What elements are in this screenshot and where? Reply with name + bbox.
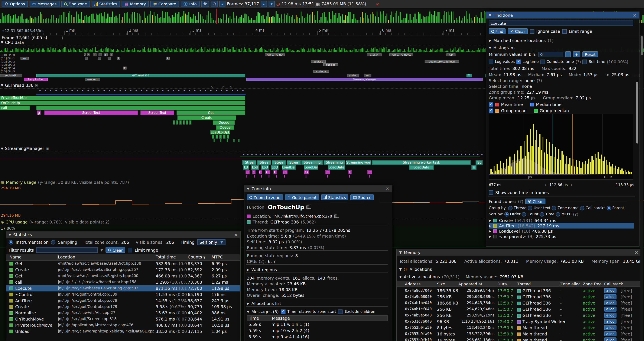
timeline-zone[interactable]: LoU [261, 165, 269, 170]
timeline-zone[interactable]: Queue [216, 125, 234, 130]
connection-lost-icon[interactable]: ⊘ [376, 2, 380, 6]
clear-button[interactable]: ⊘Clear [508, 28, 528, 34]
message-dot[interactable] [395, 154, 396, 155]
sampling-radio[interactable] [51, 240, 56, 244]
message-dot[interactable] [375, 154, 376, 155]
allocation-row[interactable]: 0x74ab9e5040256 KB293,994,219ns13:50.7GL… [397, 312, 641, 318]
message-dot[interactable] [45, 90, 46, 91]
message-dot[interactable] [453, 154, 454, 155]
allocation-row[interactable]: 0x74a9d68040256 KB295,668,489ns13:50.7GL… [397, 294, 641, 300]
timeline-zone[interactable]: LU [243, 165, 249, 170]
message-dot[interactable] [232, 90, 233, 91]
alloc-callstack-button[interactable]: alloc [604, 331, 616, 336]
instrumentation-radio[interactable] [8, 240, 13, 244]
column-header[interactable]: Name [10, 255, 22, 259]
message-dot[interactable] [330, 154, 331, 155]
message-dot[interactable] [432, 154, 434, 155]
option-checkbox[interactable] [489, 59, 493, 64]
message-dot[interactable] [268, 154, 269, 155]
decrease-button[interactable]: - [565, 51, 571, 57]
cpu-zone[interactable]: cds_ol_rx_threa [389, 54, 413, 56]
timeline-zone[interactable]: Strea [242, 160, 256, 165]
message-dot[interactable] [93, 90, 94, 91]
message-dot[interactable] [482, 154, 483, 155]
message-dot[interactable] [301, 154, 302, 155]
find-zone-titlebar[interactable]: ▼ Find zone × [486, 12, 639, 19]
cpu-zone[interactable]: c [98, 57, 101, 60]
collapse-icon[interactable]: ▼ [1, 41, 4, 44]
allocation-row[interactable]: 0x7553b9fa9016 bytes153,722,396ns13:50.8… [397, 331, 641, 337]
message-row[interactable]: 5.59 smip 11 w 1 h 1 (1) [247, 322, 388, 327]
alloc-callstack-button[interactable]: alloc [604, 319, 616, 324]
timeline-zone[interactable] [227, 135, 229, 138]
toolbar-button-messages[interactable]: ✉Messages [30, 1, 60, 7]
close-icon[interactable]: × [386, 186, 389, 191]
collapse-icon[interactable]: ▼ [399, 275, 402, 278]
message-dot[interactable] [130, 90, 132, 91]
toolbar-button-tools[interactable]: ⚒ [201, 1, 209, 7]
timeline-zone[interactable] [186, 121, 188, 125]
cpu-zone[interactable]: c [84, 57, 88, 60]
collapse-icon[interactable]: ▼ [489, 46, 491, 50]
message-dot[interactable] [162, 90, 164, 91]
group-by-radio[interactable] [606, 206, 611, 210]
timeline-zone[interactable]: Strea [286, 160, 301, 165]
find-button[interactable]: Find [489, 28, 506, 34]
zi-button-go-to-parent[interactable]: ↑Go to parent [285, 194, 319, 200]
message-row[interactable]: 5.59 smip 9 w 4 h 4 (16) [247, 334, 388, 340]
toolbar-button-zoom-search[interactable] [210, 1, 218, 7]
message-dot[interactable] [152, 90, 153, 91]
option-checkbox[interactable] [540, 59, 545, 64]
statistics-row[interactable]: PrivateTouchMovejni/../jni/application/A… [6, 322, 240, 328]
message-dot[interactable] [61, 90, 62, 91]
timeline-zone[interactable]: LoadData [409, 165, 434, 170]
message-dot[interactable] [210, 90, 212, 91]
cpu-zone[interactable]: aut [20, 57, 29, 60]
statistics-row[interactable]: calljni/../jni/../../../src/claw/base/Lu… [6, 279, 240, 285]
message-dot[interactable] [420, 154, 421, 155]
timeline-zone[interactable] [220, 139, 222, 142]
cpu-thread-zone[interactable]: GLThread 336 [36, 74, 245, 77]
message-dot[interactable] [428, 154, 429, 155]
expand-icon[interactable]: ▶ [247, 301, 249, 305]
message-dot[interactable] [354, 154, 355, 155]
timeline-zone[interactable]: Strea [272, 160, 286, 165]
collapse-icon[interactable]: ▼ [247, 187, 249, 190]
alloc-callstack-button[interactable]: alloc [604, 337, 616, 340]
timeline-zone[interactable] [36, 106, 245, 110]
timeline-zone[interactable]: C [325, 170, 330, 174]
collapse-icon[interactable]: ▼ [399, 267, 402, 271]
stats-limit-range-checkbox[interactable] [128, 248, 132, 252]
cpu-usage-section-header[interactable]: ⊛ CPU usage (y-range: 0.78%, visible dat… [1, 220, 110, 224]
cpu-thread-zone[interactable]: Tracy Profiler [24, 78, 48, 81]
collapse-icon[interactable]: ▼ [399, 251, 402, 254]
group-by-radio[interactable] [508, 206, 512, 210]
message-dot[interactable] [362, 154, 364, 155]
statistics-titlebar[interactable]: ▼ Statistics × [6, 231, 240, 238]
message-dot[interactable] [264, 154, 265, 155]
column-header[interactable]: Zone free [583, 281, 602, 286]
toolbar-button-compare[interactable]: ⇄Compare [150, 1, 179, 7]
message-dot[interactable] [292, 154, 294, 155]
cpu-zone[interactable]: cds_ol_rx_thr [265, 54, 285, 56]
toolbar-button-info[interactable]: ⓘInfo [181, 1, 200, 7]
scrollbar-thumb[interactable] [636, 82, 638, 144]
sort-by-radio[interactable] [522, 212, 526, 216]
message-dot[interactable] [242, 90, 244, 91]
timeline-zone[interactable]: LoadDaU [282, 165, 296, 170]
message-dot[interactable] [157, 90, 158, 91]
increase-button[interactable]: + [573, 51, 580, 57]
close-icon[interactable]: × [634, 250, 638, 255]
found-zone-group[interactable]: ▶Create(54,131)643.34 ms [489, 217, 634, 223]
message-dot[interactable] [243, 154, 244, 155]
message-dot[interactable] [194, 90, 196, 91]
message-dot[interactable] [88, 90, 89, 91]
cpu-zone[interactable]: E [110, 54, 113, 56]
statistics-row[interactable]: Get/mnt/e/claw/src/claw/base/Registry.hp… [6, 273, 240, 279]
next-frame-button[interactable]: ▸ [261, 1, 267, 7]
timeline-zone[interactable]: C [246, 170, 250, 174]
message-dot[interactable] [383, 154, 384, 155]
message-dot[interactable] [313, 154, 314, 155]
cpu-zone[interactable]: c [108, 57, 111, 60]
message-dot[interactable] [366, 154, 368, 155]
